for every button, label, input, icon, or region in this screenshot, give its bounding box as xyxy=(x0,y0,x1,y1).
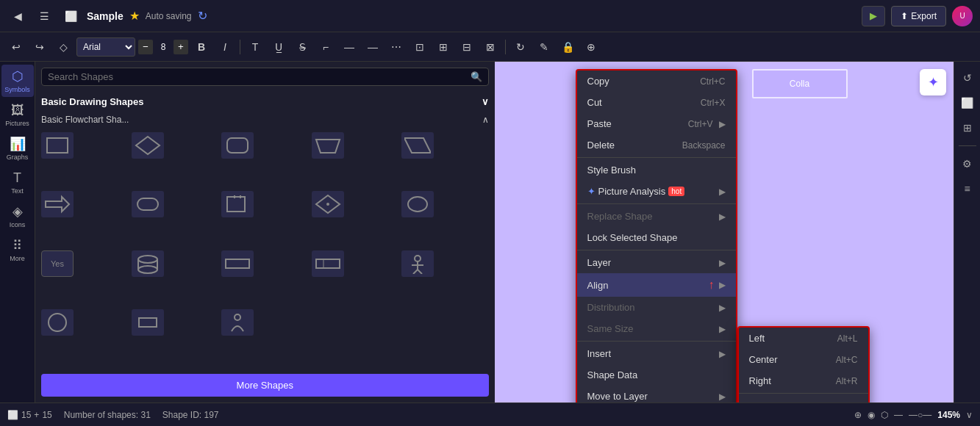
bottom-icon-3[interactable]: ⬡ xyxy=(881,410,888,420)
menu-item-delete[interactable]: Delete Backspace xyxy=(577,134,736,156)
shape-small-rect[interactable] xyxy=(132,309,164,336)
shape-big-circle[interactable] xyxy=(41,309,74,336)
menu-item-insert[interactable]: Insert ▶ xyxy=(577,343,736,364)
lock-button[interactable]: 🔒 xyxy=(557,37,578,57)
right-icon-undo[interactable]: ↺ xyxy=(957,68,978,88)
expand-icon[interactable]: ⬜ xyxy=(7,410,18,420)
back-button[interactable]: ◀ xyxy=(7,6,28,26)
category-title[interactable]: Basic Drawing Shapes ∨ xyxy=(35,92,495,112)
search-input[interactable] xyxy=(48,71,466,82)
menu-item-align[interactable]: Align ↑ ▶ xyxy=(577,273,736,297)
sidebar-item-pictures[interactable]: 🖼 Pictures xyxy=(1,98,34,131)
shape-person2[interactable] xyxy=(221,309,254,336)
align-center[interactable]: Center Alt+C xyxy=(739,349,868,370)
menu-item-shape-data[interactable]: Shape Data xyxy=(577,364,736,386)
text-align-button[interactable]: T xyxy=(245,37,265,57)
sidebar-item-text[interactable]: T Text xyxy=(1,166,34,198)
font-size-decrease[interactable]: − xyxy=(138,40,153,54)
sidebar-item-graphs[interactable]: 📊 Graphs xyxy=(1,132,34,165)
svg-rect-18 xyxy=(316,259,340,268)
menu-item-copy[interactable]: Copy Ctrl+C xyxy=(577,71,736,92)
menu-item-replace-shape[interactable]: Replace Shape ▶ xyxy=(577,206,736,227)
play-button[interactable]: ▶ xyxy=(862,6,885,26)
shape-circle[interactable] xyxy=(401,191,434,217)
line-style-1[interactable]: — xyxy=(339,37,360,57)
shape-parallelogram[interactable] xyxy=(401,132,434,159)
symbols-icon: ⬡ xyxy=(12,68,24,84)
layout-3[interactable]: ⊟ xyxy=(457,37,477,57)
menu-item-cut[interactable]: Cut Ctrl+X xyxy=(577,92,736,113)
menu-item-style-brush[interactable]: Style Brush xyxy=(577,159,736,181)
svg-point-16 xyxy=(138,266,157,273)
bottom-icon-5[interactable]: —○— xyxy=(909,410,931,420)
layout-2[interactable]: ⊞ xyxy=(433,37,454,57)
share-button[interactable]: ⊕ xyxy=(581,37,601,57)
sidebar-item-icons[interactable]: ◈ Icons xyxy=(1,200,34,232)
align-right[interactable]: Right Alt+R xyxy=(739,370,868,391)
shape-rect[interactable] xyxy=(41,132,74,159)
strikethrough-button[interactable]: S̶ xyxy=(292,37,312,57)
right-icon-sidebar[interactable]: ≡ xyxy=(957,178,978,199)
svg-rect-7 xyxy=(227,197,245,212)
shape-diamond2[interactable] xyxy=(312,191,344,217)
shape-trapezoid[interactable] xyxy=(312,132,344,159)
shape-wide-rect2[interactable] xyxy=(312,250,344,277)
undo-button[interactable]: ↩ xyxy=(6,37,26,57)
page-controls: ⬜ 15 + 15 xyxy=(7,410,52,420)
font-select[interactable]: Arial xyxy=(76,37,135,57)
shapes-panel: 🔍 Basic Drawing Shapes ∨ Basic Flowchart… xyxy=(35,62,495,402)
shape-person[interactable] xyxy=(401,250,434,277)
redo-button[interactable]: ↪ xyxy=(29,37,50,57)
cylinder-svg xyxy=(135,253,161,274)
layout-4[interactable]: ⊠ xyxy=(480,37,501,57)
line-style-2[interactable]: — xyxy=(362,37,383,57)
right-icon-settings[interactable]: ⚙ xyxy=(957,154,978,174)
user-avatar[interactable]: U xyxy=(952,6,973,26)
subcategory-title[interactable]: Basic Flowchart Sha... ∧ xyxy=(35,112,495,129)
bottom-icon-2[interactable]: ◉ xyxy=(868,410,875,420)
page-icon[interactable]: ⬜ xyxy=(60,6,81,26)
layout-1[interactable]: ⊡ xyxy=(409,37,430,57)
shape-round-rect2[interactable] xyxy=(132,191,164,217)
zoom-dropdown[interactable]: ∨ xyxy=(966,410,973,420)
corner-button[interactable]: ⌐ xyxy=(315,37,336,57)
shape-wide-rect[interactable] xyxy=(221,250,254,277)
menu-button[interactable]: ☰ xyxy=(34,6,54,26)
more-shapes-button[interactable]: More Shapes xyxy=(41,374,489,397)
sidebar-item-symbols[interactable]: ⬡ Symbols xyxy=(1,65,34,97)
edit-button[interactable]: ✎ xyxy=(534,37,554,57)
menu-item-layer[interactable]: Layer ▶ xyxy=(577,252,736,273)
search-icon[interactable]: 🔍 xyxy=(471,71,482,82)
format-button[interactable]: ◇ xyxy=(53,37,74,57)
menu-item-distribution[interactable]: Distribution ▶ xyxy=(577,297,736,318)
menu-item-picture-analysis[interactable]: ✦ Picture Analysis hot ▶ xyxy=(577,181,736,202)
underline-button[interactable]: U̲ xyxy=(268,37,289,57)
shape-yes-badge[interactable]: Yes xyxy=(41,250,74,277)
italic-button[interactable]: I xyxy=(215,37,235,57)
export-button[interactable]: ⬆ Export xyxy=(891,6,946,26)
menu-item-paste[interactable]: Paste Ctrl+V ▶ xyxy=(577,113,736,134)
shape-cylinder[interactable] xyxy=(132,250,164,277)
shape-right-arrow[interactable] xyxy=(41,191,74,217)
favorite-icon[interactable]: ★ xyxy=(129,9,140,23)
shape-note[interactable] xyxy=(221,191,254,217)
canvas-area[interactable]: Colla 11: Return transaction results Col… xyxy=(495,62,954,402)
bold-button[interactable]: B xyxy=(191,37,212,57)
right-icon-page[interactable]: ⬜ xyxy=(957,93,978,113)
font-size-increase[interactable]: + xyxy=(174,40,188,54)
right-icon-grid[interactable]: ⊞ xyxy=(957,118,978,138)
menu-item-lock-shape[interactable]: Lock Selected Shape xyxy=(577,227,736,248)
menu-item-same-size[interactable]: Same Size ▶ xyxy=(577,318,736,339)
bottom-icon-1[interactable]: ⊕ xyxy=(854,410,862,420)
sidebar-item-more[interactable]: ⠿ More xyxy=(1,234,34,266)
align-left[interactable]: Left Alt+L xyxy=(739,328,868,349)
shape-diamond[interactable] xyxy=(132,132,164,159)
line-dots[interactable]: ⋯ xyxy=(386,37,407,57)
align-top[interactable]: Top xyxy=(739,395,868,402)
bottom-icon-4[interactable]: — xyxy=(894,410,903,420)
menu-item-move-to-layer[interactable]: Move to Layer ▶ xyxy=(577,386,736,402)
add-page-button[interactable]: + xyxy=(34,410,39,420)
shape-rounded-rect[interactable] xyxy=(221,132,254,159)
rotate-button[interactable]: ↻ xyxy=(510,37,531,57)
sparkle-button[interactable]: ✦ xyxy=(920,69,946,95)
